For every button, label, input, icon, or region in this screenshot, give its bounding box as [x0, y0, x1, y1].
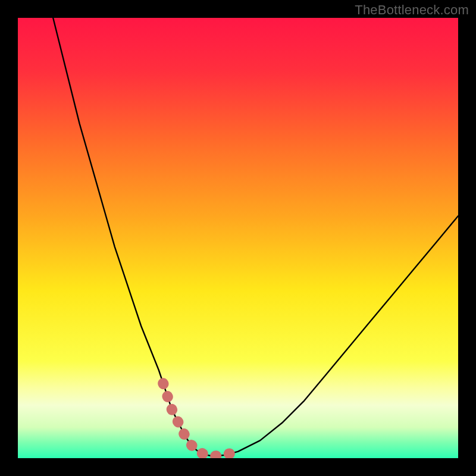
bottleneck-curve — [53, 18, 458, 456]
plot-area — [18, 18, 458, 458]
highlighted-range — [163, 383, 238, 456]
watermark-text: TheBottleneck.com — [355, 2, 469, 18]
chart-frame: TheBottleneck.com — [0, 0, 476, 476]
curve-layer — [18, 18, 458, 458]
